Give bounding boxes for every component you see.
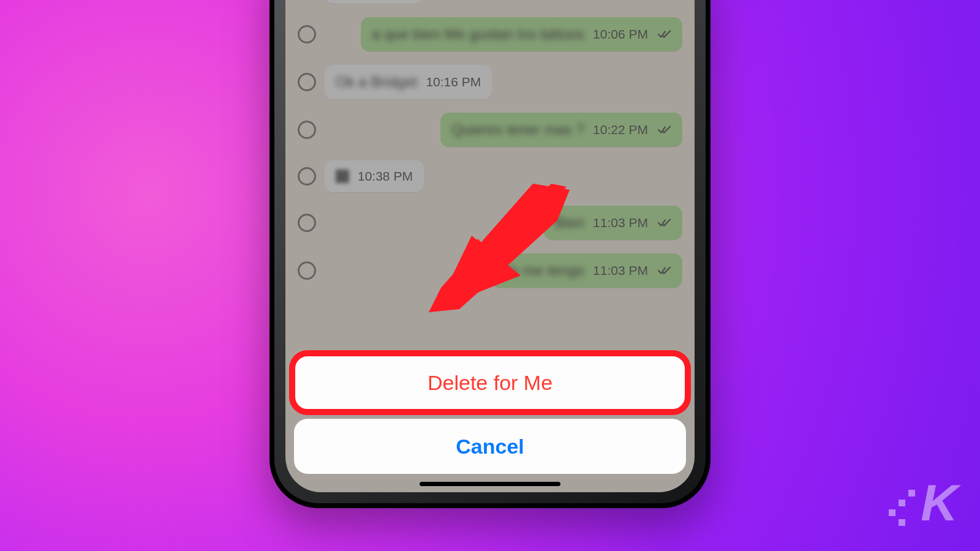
attachment-icon — [336, 170, 349, 183]
message-row: Bien 11:03 PM — [298, 206, 682, 240]
message-timestamp: 10:06 PM — [593, 27, 648, 42]
read-receipt-icon — [658, 266, 671, 276]
message-timestamp: 10:22 PM — [593, 122, 648, 137]
watermark-dots-icon — [889, 490, 914, 533]
watermark-logo: K — [889, 473, 956, 533]
selection-circle-icon[interactable] — [298, 25, 316, 43]
message-row: a que bien Me gustan los tattoos 10:06 P… — [298, 17, 682, 51]
message-row: 10:38 PM — [298, 160, 682, 192]
message-timestamp: 10:38 PM — [358, 169, 413, 184]
message-text: Yo me tengo — [502, 262, 584, 279]
message-bubble-outgoing[interactable]: Quieres tener mas ? 10:22 PM — [440, 113, 682, 147]
read-receipt-icon — [658, 125, 671, 135]
message-bubble-incoming[interactable]: Ok a Bridget 10:16 PM — [325, 65, 492, 99]
message-timestamp: 11:03 PM — [593, 216, 648, 230]
message-bubble-incoming[interactable]: 10:38 PM — [325, 160, 424, 192]
message-timestamp: 11:03 PM — [593, 263, 648, 278]
phone-frame: 10:01 PM a que bien Me gustan los tattoo… — [270, 0, 710, 508]
message-bubble-incoming[interactable]: 10:01 PM — [325, 0, 424, 4]
message-row: Ok a Bridget 10:16 PM — [298, 65, 682, 99]
watermark-letter: K — [921, 473, 956, 533]
message-bubble-outgoing[interactable]: a que bien Me gustan los tattoos 10:06 P… — [361, 17, 682, 51]
message-row: Yo me tengo 11:03 PM — [298, 253, 682, 288]
phone-screen: 10:01 PM a que bien Me gustan los tattoo… — [285, 0, 695, 492]
read-receipt-icon — [658, 218, 671, 228]
cancel-button[interactable]: Cancel — [294, 419, 686, 474]
read-receipt-icon — [658, 29, 671, 39]
message-bubble-outgoing[interactable]: Bien 11:03 PM — [544, 206, 682, 240]
selection-circle-icon[interactable] — [298, 73, 316, 91]
home-indicator[interactable] — [420, 482, 560, 486]
message-timestamp: 10:16 PM — [426, 75, 481, 89]
selection-circle-icon[interactable] — [298, 167, 316, 186]
message-row: 10:01 PM — [298, 0, 682, 4]
message-text: Ok a Bridget — [336, 73, 417, 91]
message-bubble-outgoing[interactable]: Yo me tengo 11:03 PM — [491, 253, 682, 288]
selection-circle-icon[interactable] — [298, 214, 316, 232]
message-row: Quieres tener mas ? 10:22 PM — [298, 113, 682, 147]
selection-circle-icon[interactable] — [298, 121, 316, 139]
message-text: Quieres tener mas ? — [451, 121, 584, 138]
delete-for-me-button[interactable]: Delete for Me — [294, 355, 686, 410]
message-text: Bien — [555, 214, 584, 231]
selection-circle-icon[interactable] — [298, 261, 316, 280]
message-text: a que bien Me gustan los tattoos — [372, 26, 584, 43]
action-sheet: Delete for Me Cancel — [294, 355, 686, 474]
action-sheet-group: Delete for Me — [294, 355, 686, 410]
